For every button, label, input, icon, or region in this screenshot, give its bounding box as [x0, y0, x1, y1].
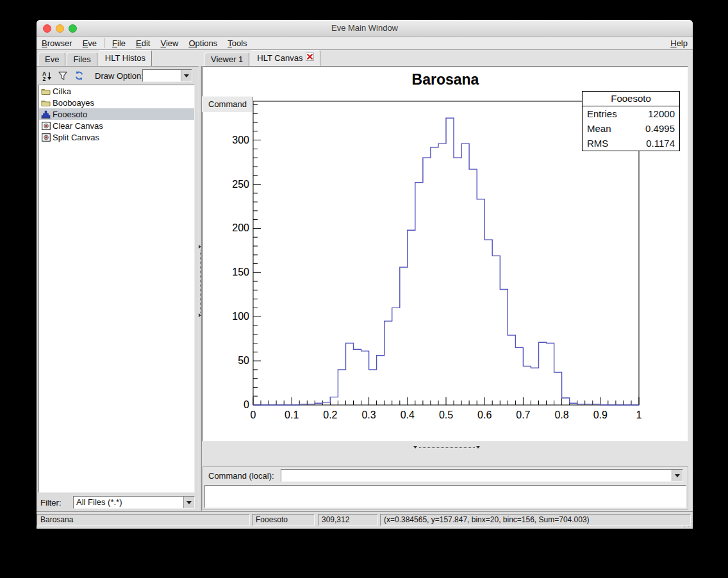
command-combobox[interactable] [281, 469, 683, 482]
tab-label: Eve [45, 53, 59, 66]
filter-funnel-icon[interactable] [58, 71, 68, 81]
menu-view[interactable]: View [155, 38, 183, 48]
tab-viewer-1[interactable]: Viewer 1 [204, 53, 249, 66]
y-tick-label: 50 [238, 355, 249, 366]
menu-help[interactable]: Help [665, 38, 693, 48]
splitter-handle[interactable] [419, 447, 475, 448]
chart-title: Barosana [203, 71, 688, 88]
menu-edit[interactable]: Edit [131, 38, 155, 48]
menu-options[interactable]: Options [183, 38, 222, 48]
tab-files[interactable]: Files [67, 53, 97, 66]
status-segment-3: (x=0.384565, y=157.847, binx=20, binc=15… [380, 514, 691, 526]
tree-item-split-canvas[interactable]: Split Canvas [39, 131, 194, 143]
histogram-line [253, 118, 639, 405]
root-canvas[interactable]: 00.10.20.30.40.50.60.70.80.9105010015020… [203, 66, 688, 442]
splitter-handle[interactable] [200, 251, 201, 313]
close-icon[interactable] [306, 52, 314, 65]
menu-file[interactable]: File [107, 38, 131, 48]
sidebar-tabstrip: EveFilesHLT Histos [38, 50, 153, 66]
eve-main-window: Eve Main Window BrowserEveFileEditViewOp… [37, 20, 693, 529]
chevron-down-icon [675, 474, 680, 477]
status-bar: BarosanaFooesoto309,312(x=0.384565, y=15… [37, 511, 693, 529]
y-tick-label: 100 [232, 311, 249, 322]
filter-row: Filter: All Files (*.*) [37, 494, 199, 511]
tree-item-label: Fooesoto [53, 110, 87, 119]
tree-item-booboayes[interactable]: Booboayes [39, 97, 194, 108]
tab-label: Viewer 1 [211, 53, 243, 66]
stats-label: Mean [587, 121, 611, 136]
draw-option-combobox[interactable] [142, 69, 192, 82]
tree-item-fooesoto[interactable]: Fooesoto [39, 108, 194, 120]
titlebar[interactable]: Eve Main Window [37, 20, 693, 37]
x-tick-label: 0 [251, 409, 256, 420]
stats-row: RMS0.1174 [583, 136, 679, 151]
tab-hlt-canvas[interactable]: HLT Canvas [251, 50, 320, 66]
command-output[interactable] [204, 485, 686, 508]
stats-value: 0.1174 [646, 136, 675, 151]
tab-hlt-histos[interactable]: HLT Histos [99, 50, 152, 66]
sidebar-panel: A 2 Draw Option: [37, 66, 199, 511]
status-segment-1: Fooesoto [252, 514, 315, 526]
x-tick-label: 0.6 [477, 409, 492, 420]
tree-item-clear-canvas[interactable]: Clear Canvas [39, 120, 194, 131]
stats-value: 12000 [648, 106, 675, 121]
stats-row: Mean0.4995 [583, 121, 679, 136]
tree-item-label: Cilka [53, 87, 71, 96]
stats-box[interactable]: Fooesoto Entries12000Mean0.4995RMS0.1174 [582, 91, 680, 151]
tree-item-cilka[interactable]: Cilka [39, 85, 194, 97]
combo-arrow-button[interactable] [181, 70, 192, 81]
main-area: 00.10.20.30.40.50.60.70.80.9105010015020… [202, 66, 690, 511]
canvas-icon [40, 122, 51, 130]
stats-title: Fooesoto [583, 92, 679, 106]
canvas-icon [40, 133, 51, 142]
y-tick-label: 150 [232, 267, 249, 277]
x-tick-label: 1 [636, 409, 642, 420]
x-tick-label: 0.1 [285, 409, 299, 420]
plot-frame [253, 101, 639, 405]
combo-arrow-button[interactable] [183, 497, 194, 508]
stats-label: RMS [587, 136, 608, 151]
object-tree-list: CilkaBooboayesFooesotoClear CanvasSplit … [38, 85, 195, 493]
horizontal-splitter[interactable] [203, 445, 688, 451]
menu-tools[interactable]: Tools [222, 38, 252, 48]
close-traffic-light[interactable] [43, 24, 51, 33]
filter-value[interactable]: All Files (*.*) [74, 497, 183, 508]
menu-browser[interactable]: Browser [37, 38, 78, 48]
minimize-traffic-light[interactable] [56, 24, 64, 33]
splitter-arrow-icon [476, 446, 480, 449]
tab-label: Command [208, 98, 247, 111]
tree-item-label: Clear Canvas [53, 121, 103, 131]
filter-label: Filter: [40, 498, 62, 508]
zoom-traffic-light[interactable] [69, 24, 77, 33]
menu-eve[interactable]: Eve [78, 38, 102, 48]
y-tick-label: 200 [232, 222, 249, 233]
menu-separator [104, 38, 105, 48]
stats-row: Entries12000 [583, 106, 679, 121]
combo-arrow-button[interactable] [672, 470, 682, 481]
draw-option-label: Draw Option: [95, 71, 144, 81]
tab-command[interactable]: Command [202, 96, 253, 112]
tab-eve[interactable]: Eve [38, 53, 65, 66]
chevron-down-icon [186, 501, 192, 504]
tree-item-label: Split Canvas [53, 133, 99, 142]
sort-az-icon[interactable]: A 2 [42, 70, 52, 81]
histogram-icon [40, 110, 51, 119]
sidebar-toolbar: A 2 Draw Option: [37, 67, 199, 84]
refresh-icon[interactable] [74, 70, 85, 81]
x-tick-label: 0.8 [554, 409, 568, 420]
viewer-tabstrip: Viewer 1HLT Canvas [204, 50, 322, 66]
filter-combobox[interactable]: All Files (*.*) [73, 496, 195, 509]
draw-option-value[interactable] [143, 70, 181, 81]
command-input[interactable] [281, 470, 672, 481]
y-tick-label: 300 [232, 135, 249, 145]
menu-bar: BrowserEveFileEditViewOptionsToolsHelp [37, 37, 693, 50]
command-panel: Command (local): [203, 467, 688, 510]
command-tabstrip: Command [202, 96, 254, 112]
x-tick-label: 0.7 [516, 409, 530, 420]
folder-icon [40, 87, 51, 95]
y-tick-label: 250 [232, 179, 249, 190]
splitter-arrow-icon [199, 245, 201, 249]
stats-rows: Entries12000Mean0.4995RMS0.1174 [583, 106, 679, 151]
x-tick-label: 0.4 [401, 409, 415, 420]
tab-label: HLT Histos [105, 52, 145, 65]
